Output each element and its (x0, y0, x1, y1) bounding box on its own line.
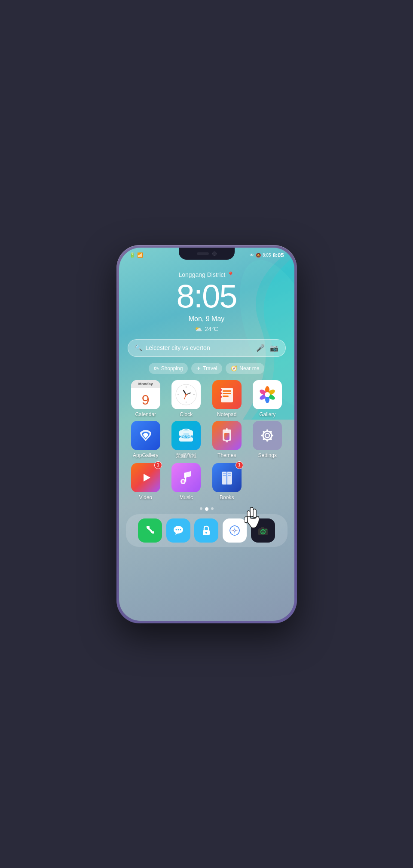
status-time: 8:05 (272, 252, 284, 258)
gallery-label: Gallery (259, 411, 275, 417)
page-dot-1[interactable] (200, 507, 202, 510)
location-text: Longgang District 📍 (128, 271, 286, 278)
page-dots (119, 504, 294, 514)
status-right-icons: 👁 🔕 8:05 8:05 (250, 252, 284, 258)
svg-rect-49 (228, 473, 231, 474)
svg-point-67 (262, 531, 264, 533)
search-icon: 🔍 (135, 344, 142, 351)
lock-time: 8:05 (128, 280, 286, 313)
svg-rect-12 (223, 390, 231, 392)
notch-camera (212, 252, 217, 256)
page-dot-3[interactable] (211, 507, 214, 510)
app-music[interactable]: Music (168, 463, 205, 500)
svg-rect-11 (221, 388, 233, 402)
dock-browser[interactable] (223, 518, 247, 543)
svg-rect-15 (220, 389, 222, 391)
svg-point-32 (265, 433, 269, 438)
phone-frame: 🔋 📶 👁 🔕 8:05 8:05 Longgang District 📍 8:… (116, 245, 297, 623)
location-pin-icon: 📍 (227, 271, 234, 278)
notch (179, 248, 235, 260)
books-badge: 1 (236, 461, 243, 469)
video-badge: 1 (154, 461, 162, 469)
svg-point-64 (234, 530, 236, 531)
app-notepad[interactable]: Notepad (209, 380, 245, 417)
status-left-icons: 🔋 📶 (129, 252, 143, 258)
cloud-icon: ⛅ (195, 325, 202, 332)
dock-messages[interactable] (166, 518, 190, 543)
svg-rect-47 (223, 473, 226, 474)
svg-point-55 (180, 529, 181, 530)
books-label: Books (220, 494, 234, 500)
quick-link-travel[interactable]: ✈ Travel (191, 363, 222, 374)
quick-link-shopping[interactable]: 🛍 Shopping (149, 363, 188, 374)
dock-phone[interactable] (138, 518, 162, 543)
app-grid-row3: 1 Video (119, 463, 294, 504)
dock (126, 514, 288, 547)
themes-label: Themes (217, 452, 236, 458)
svg-point-69 (265, 529, 266, 530)
lock-screen-content: Longgang District 📍 8:05 Mon, 9 May ⛅ 24… (119, 258, 294, 332)
svg-point-54 (177, 529, 179, 530)
svg-point-10 (185, 394, 187, 396)
svg-rect-36 (271, 435, 273, 436)
svg-point-24 (265, 392, 270, 397)
bell-mute-icon: 🔕 (256, 253, 261, 258)
svg-rect-68 (261, 527, 264, 529)
svg-rect-29 (226, 441, 228, 442)
calendar-label: Calendar (135, 411, 156, 417)
app-gallery[interactable]: Gallery (249, 380, 286, 417)
battery-percent: 8:05 (263, 253, 271, 258)
svg-point-31 (263, 431, 272, 440)
quick-links: 🛍 Shopping ✈ Travel 🧭 Near me (119, 360, 294, 377)
app-settings[interactable]: Settings (249, 421, 286, 460)
app-empty-slot (249, 463, 286, 500)
nearby-icon: 🧭 (231, 365, 237, 371)
quick-link-nearby[interactable]: 🧭 Near me (226, 363, 264, 374)
app-grid-row2: AppGallery HONOR 荣耀商城 (119, 421, 294, 463)
svg-rect-17 (220, 396, 222, 398)
clock-label: Clock (180, 411, 193, 417)
search-area: 🔍 Leicester city vs everton 🎤 📷 (119, 332, 294, 360)
app-clock[interactable]: Clock (168, 380, 205, 417)
shopping-icon: 🛍 (154, 365, 159, 371)
svg-rect-14 (223, 396, 229, 397)
phone-screen: 🔋 📶 👁 🔕 8:05 8:05 Longgang District 📍 8:… (119, 248, 294, 621)
svg-rect-28 (224, 433, 229, 440)
svg-point-57 (205, 532, 207, 534)
settings-label: Settings (258, 452, 277, 458)
svg-point-53 (175, 529, 177, 530)
notch-sensor (197, 252, 209, 255)
dock-lock[interactable] (194, 518, 218, 543)
battery-icon: 🔋 (129, 252, 135, 258)
svg-rect-50 (228, 475, 231, 476)
lock-date: Mon, 9 May (128, 315, 286, 323)
honor-store-label: 荣耀商城 (176, 452, 196, 460)
microphone-icon[interactable]: 🎤 (256, 344, 265, 352)
notepad-label: Notepad (217, 411, 236, 417)
svg-rect-13 (223, 393, 231, 394)
dock-camera[interactable] (251, 518, 275, 543)
app-video[interactable]: 1 Video (128, 463, 164, 500)
eye-icon: 👁 (250, 253, 254, 258)
travel-icon: ✈ (196, 365, 201, 371)
svg-rect-48 (223, 475, 226, 476)
svg-rect-34 (266, 439, 268, 442)
app-books[interactable]: 1 Books (209, 463, 245, 500)
app-calendar[interactable]: Monday 9 Calendar (128, 380, 164, 417)
appgallery-label: AppGallery (133, 452, 158, 458)
weather-info: ⛅ 24°C (128, 325, 286, 332)
page-dot-2[interactable] (205, 507, 208, 511)
wifi-icon: 📶 (137, 252, 143, 258)
temperature: 24°C (205, 325, 218, 332)
app-appgallery[interactable]: AppGallery (128, 421, 164, 460)
search-query[interactable]: Leicester city vs everton (146, 344, 251, 351)
music-label: Music (180, 494, 193, 500)
svg-rect-35 (261, 435, 263, 436)
app-honor-store[interactable]: HONOR 荣耀商城 (168, 421, 205, 460)
app-grid-row1: Monday 9 Calendar (119, 377, 294, 421)
camera-search-icon[interactable]: 📷 (270, 344, 278, 352)
svg-point-43 (182, 480, 184, 483)
search-bar[interactable]: 🔍 Leicester city vs everton 🎤 📷 (128, 339, 286, 357)
svg-rect-33 (266, 429, 268, 432)
app-themes[interactable]: Themes (209, 421, 245, 460)
